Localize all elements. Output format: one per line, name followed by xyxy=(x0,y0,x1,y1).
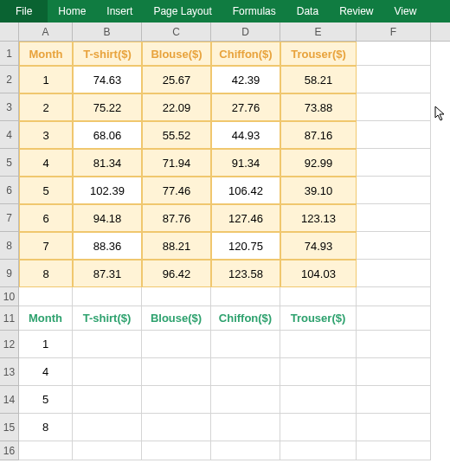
row-header[interactable]: 12 xyxy=(0,331,19,358)
cell[interactable]: 74.63 xyxy=(73,66,142,93)
cell[interactable]: 87.76 xyxy=(142,204,211,232)
cell[interactable] xyxy=(280,441,357,460)
cell[interactable]: T-shirt($) xyxy=(73,42,142,66)
cell[interactable]: 75.22 xyxy=(73,93,142,121)
cell[interactable] xyxy=(19,441,73,460)
cell[interactable]: 77.46 xyxy=(142,177,211,204)
cell[interactable]: 8 xyxy=(19,260,73,287)
cell[interactable] xyxy=(211,386,280,414)
row-header[interactable]: 7 xyxy=(0,204,19,232)
cell[interactable]: 96.42 xyxy=(142,260,211,287)
cell[interactable]: 44.93 xyxy=(211,121,280,149)
cell[interactable]: 81.34 xyxy=(73,149,142,177)
ribbon-tab-view[interactable]: View xyxy=(384,0,428,23)
cell[interactable] xyxy=(357,121,431,149)
row-header[interactable]: 15 xyxy=(0,414,19,441)
cell[interactable]: 22.09 xyxy=(142,93,211,121)
cell[interactable] xyxy=(73,441,142,460)
cell[interactable]: 87.16 xyxy=(280,121,357,149)
ribbon-tab-data[interactable]: Data xyxy=(286,0,329,23)
cell[interactable] xyxy=(357,441,431,460)
row-header[interactable]: 9 xyxy=(0,260,19,287)
ribbon-tab-review[interactable]: Review xyxy=(329,0,383,23)
cell[interactable]: 71.94 xyxy=(142,149,211,177)
cell[interactable] xyxy=(357,93,431,121)
cell[interactable] xyxy=(280,386,357,414)
ribbon-tab-home[interactable]: Home xyxy=(48,0,96,23)
cell[interactable] xyxy=(357,66,431,93)
cell[interactable]: 120.75 xyxy=(211,232,280,260)
cell[interactable]: Chiffon($) xyxy=(211,42,280,66)
row-header[interactable]: 16 xyxy=(0,441,19,460)
cell[interactable] xyxy=(73,331,142,358)
cell[interactable] xyxy=(73,287,142,306)
cell[interactable]: Trouser($) xyxy=(280,42,357,66)
cell[interactable]: Chiffon($) xyxy=(211,306,280,331)
cell[interactable] xyxy=(357,386,431,414)
cell[interactable] xyxy=(73,386,142,414)
col-header-b[interactable]: B xyxy=(73,23,142,41)
cell[interactable]: 55.52 xyxy=(142,121,211,149)
row-header[interactable]: 8 xyxy=(0,232,19,260)
cell[interactable] xyxy=(357,331,431,358)
cell[interactable]: 1 xyxy=(19,66,73,93)
cell[interactable] xyxy=(211,441,280,460)
cell[interactable]: 102.39 xyxy=(73,177,142,204)
cell[interactable] xyxy=(280,287,357,306)
cell[interactable] xyxy=(73,414,142,441)
cell[interactable]: Month xyxy=(19,306,73,331)
row-header[interactable]: 11 xyxy=(0,306,19,331)
cell[interactable] xyxy=(357,358,431,386)
cell[interactable]: 87.31 xyxy=(73,260,142,287)
ribbon-tab-insert[interactable]: Insert xyxy=(96,0,143,23)
cell[interactable]: Month xyxy=(19,42,73,66)
row-header[interactable]: 10 xyxy=(0,287,19,306)
row-header[interactable]: 6 xyxy=(0,177,19,204)
cell[interactable] xyxy=(280,358,357,386)
cell[interactable] xyxy=(357,306,431,331)
select-all-corner[interactable] xyxy=(0,23,19,41)
cell[interactable]: 5 xyxy=(19,386,73,414)
cell[interactable] xyxy=(211,331,280,358)
cell[interactable] xyxy=(142,386,211,414)
row-header[interactable]: 3 xyxy=(0,93,19,121)
cell[interactable] xyxy=(357,42,431,66)
cell[interactable] xyxy=(142,414,211,441)
cell[interactable] xyxy=(357,177,431,204)
cell[interactable]: Blouse($) xyxy=(142,42,211,66)
cell[interactable]: 104.03 xyxy=(280,260,357,287)
cell[interactable]: 106.42 xyxy=(211,177,280,204)
cell[interactable] xyxy=(357,260,431,287)
col-header-f[interactable]: F xyxy=(357,23,431,41)
cell[interactable]: 4 xyxy=(19,149,73,177)
cell[interactable]: 74.93 xyxy=(280,232,357,260)
cell[interactable] xyxy=(142,331,211,358)
col-header-e[interactable]: E xyxy=(280,23,357,41)
cell[interactable] xyxy=(357,149,431,177)
cell[interactable]: 123.13 xyxy=(280,204,357,232)
cell[interactable]: 73.88 xyxy=(280,93,357,121)
cell[interactable] xyxy=(19,287,73,306)
cell[interactable]: 88.36 xyxy=(73,232,142,260)
cell[interactable]: 94.18 xyxy=(73,204,142,232)
cell[interactable] xyxy=(142,287,211,306)
cell[interactable]: 123.58 xyxy=(211,260,280,287)
cell[interactable] xyxy=(357,414,431,441)
cell[interactable] xyxy=(211,414,280,441)
col-header-c[interactable]: C xyxy=(142,23,211,41)
cell[interactable]: 8 xyxy=(19,414,73,441)
cell[interactable]: 91.34 xyxy=(211,149,280,177)
cell[interactable]: 68.06 xyxy=(73,121,142,149)
col-header-a[interactable]: A xyxy=(19,23,73,41)
cell[interactable]: 25.67 xyxy=(142,66,211,93)
ribbon-tab-page-layout[interactable]: Page Layout xyxy=(143,0,222,23)
cell[interactable]: 3 xyxy=(19,121,73,149)
cell[interactable]: 127.46 xyxy=(211,204,280,232)
cell[interactable] xyxy=(211,287,280,306)
cell[interactable]: 2 xyxy=(19,93,73,121)
cell[interactable]: Blouse($) xyxy=(142,306,211,331)
cell[interactable] xyxy=(73,358,142,386)
row-header[interactable]: 2 xyxy=(0,66,19,93)
cell[interactable] xyxy=(357,287,431,306)
cell[interactable]: 4 xyxy=(19,358,73,386)
